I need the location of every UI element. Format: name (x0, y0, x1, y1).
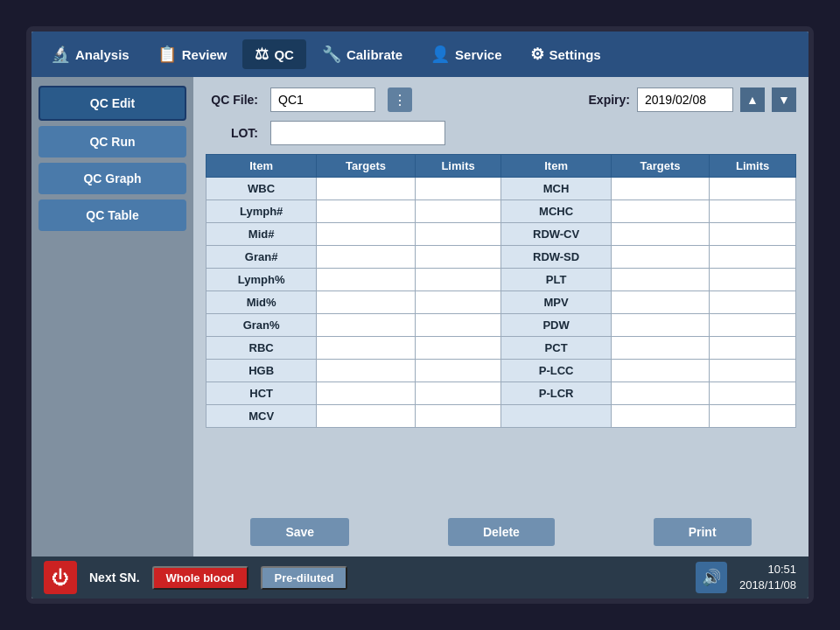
nav-service-label: Service (455, 47, 501, 62)
right-targets-7[interactable] (611, 337, 709, 360)
lot-row: LOT: (206, 121, 796, 145)
right-limits-5[interactable] (710, 291, 796, 314)
print-button[interactable]: Print (654, 518, 752, 546)
right-targets-1[interactable] (611, 200, 709, 223)
right-targets-5[interactable] (611, 291, 709, 314)
nav-qc[interactable]: ⚖ QC (242, 39, 306, 69)
sidebar-qc-graph[interactable]: QC Graph (38, 163, 186, 194)
expiry-input[interactable] (637, 88, 733, 112)
right-limits-3[interactable] (710, 246, 796, 269)
left-targets-7[interactable] (317, 337, 415, 360)
table-row: HCT P-LCR (206, 382, 796, 405)
right-limits-10[interactable] (710, 405, 796, 428)
lot-input[interactable] (270, 121, 445, 145)
clock: 10:51 2018/11/08 (739, 562, 796, 593)
left-targets-3[interactable] (317, 246, 415, 269)
right-targets-4[interactable] (611, 269, 709, 291)
nav-settings-label: Settings (550, 47, 601, 62)
left-limits-5[interactable] (415, 291, 501, 314)
left-targets-6[interactable] (317, 314, 415, 337)
power-icon: ⏻ (52, 568, 69, 588)
left-targets-4[interactable] (317, 269, 415, 291)
right-item-0: MCH (501, 178, 611, 200)
right-targets-0[interactable] (611, 178, 709, 200)
right-targets-10[interactable] (611, 405, 709, 428)
nav-settings[interactable]: ⚙ Settings (518, 39, 613, 69)
qc-file-input[interactable] (270, 88, 375, 112)
save-button[interactable]: Save (250, 518, 349, 546)
whole-blood-button[interactable]: Whole blood (152, 566, 248, 590)
table-row: MCV (206, 405, 796, 428)
left-targets-9[interactable] (317, 382, 415, 405)
right-item-10 (501, 405, 611, 428)
table-row: Mid% MPV (206, 291, 796, 314)
right-item-1: MCHC (501, 200, 611, 223)
nav-review[interactable]: 📋 Review (145, 39, 240, 69)
sidebar-qc-table[interactable]: QC Table (38, 200, 186, 231)
left-item-2: Mid# (206, 223, 317, 246)
left-limits-0[interactable] (415, 178, 501, 200)
col-targets-1: Targets (317, 155, 415, 178)
pre-diluted-button[interactable]: Pre-diluted (261, 566, 348, 590)
right-limits-6[interactable] (710, 314, 796, 337)
sidebar-qc-run[interactable]: QC Run (38, 126, 186, 158)
col-limits-2: Limits (710, 155, 796, 178)
left-limits-8[interactable] (415, 360, 501, 382)
left-limits-10[interactable] (415, 405, 501, 428)
left-limits-9[interactable] (415, 382, 501, 405)
review-icon: 📋 (158, 45, 177, 64)
right-limits-7[interactable] (710, 337, 796, 360)
left-limits-2[interactable] (415, 223, 501, 246)
col-item-1: Item (206, 155, 317, 178)
sidebar: QC Edit QC Run QC Graph QC Table (32, 77, 193, 556)
left-item-0: WBC (206, 178, 317, 200)
nav-analysis[interactable]: 🔬 Analysis (38, 39, 142, 69)
right-limits-4[interactable] (710, 269, 796, 291)
table-row: Gran% PDW (206, 314, 796, 337)
calibrate-icon: 🔧 (322, 45, 341, 64)
left-limits-3[interactable] (415, 246, 501, 269)
right-limits-1[interactable] (710, 200, 796, 223)
qc-icon: ⚖ (255, 45, 269, 64)
left-targets-1[interactable] (317, 200, 415, 223)
left-targets-10[interactable] (317, 405, 415, 428)
left-targets-8[interactable] (317, 360, 415, 382)
col-item-2: Item (501, 155, 611, 178)
right-targets-8[interactable] (611, 360, 709, 382)
left-limits-1[interactable] (415, 200, 501, 223)
right-limits-0[interactable] (710, 178, 796, 200)
right-item-8: P-LCC (501, 360, 611, 382)
right-targets-6[interactable] (611, 314, 709, 337)
expiry-down-button[interactable]: ▼ (772, 88, 796, 112)
right-targets-2[interactable] (611, 223, 709, 246)
table-row: HGB P-LCC (206, 360, 796, 382)
right-targets-3[interactable] (611, 246, 709, 269)
next-sn-label: Next SN. (89, 570, 140, 584)
right-limits-2[interactable] (710, 223, 796, 246)
expiry-up-button[interactable]: ▲ (740, 88, 765, 112)
left-targets-5[interactable] (317, 291, 415, 314)
nav-service[interactable]: 👤 Service (418, 39, 514, 69)
power-button[interactable]: ⏻ (44, 561, 77, 594)
right-targets-9[interactable] (611, 382, 709, 405)
table-row: WBC MCH (206, 178, 796, 200)
left-targets-2[interactable] (317, 223, 415, 246)
left-limits-6[interactable] (415, 314, 501, 337)
left-limits-7[interactable] (415, 337, 501, 360)
service-icon: 👤 (430, 45, 450, 64)
table-wrapper: Item Targets Limits Item Targets Limits … (206, 154, 796, 506)
speaker-button[interactable]: 🔊 (696, 562, 727, 593)
qc-file-menu-button[interactable]: ⋮ (388, 88, 412, 112)
right-limits-8[interactable] (710, 360, 796, 382)
qc-file-row: QC File: ⋮ Expiry: ▲ ▼ (206, 88, 796, 112)
left-limits-4[interactable] (415, 269, 501, 291)
expiry-label: Expiry: (578, 93, 630, 107)
nav-review-label: Review (182, 47, 228, 62)
nav-calibrate[interactable]: 🔧 Calibrate (310, 39, 415, 69)
sidebar-qc-edit[interactable]: QC Edit (38, 86, 186, 121)
clock-time: 10:51 (739, 562, 796, 578)
right-limits-9[interactable] (710, 382, 796, 405)
left-targets-0[interactable] (317, 178, 415, 200)
settings-icon: ⚙ (530, 45, 544, 64)
delete-button[interactable]: Delete (448, 518, 555, 546)
